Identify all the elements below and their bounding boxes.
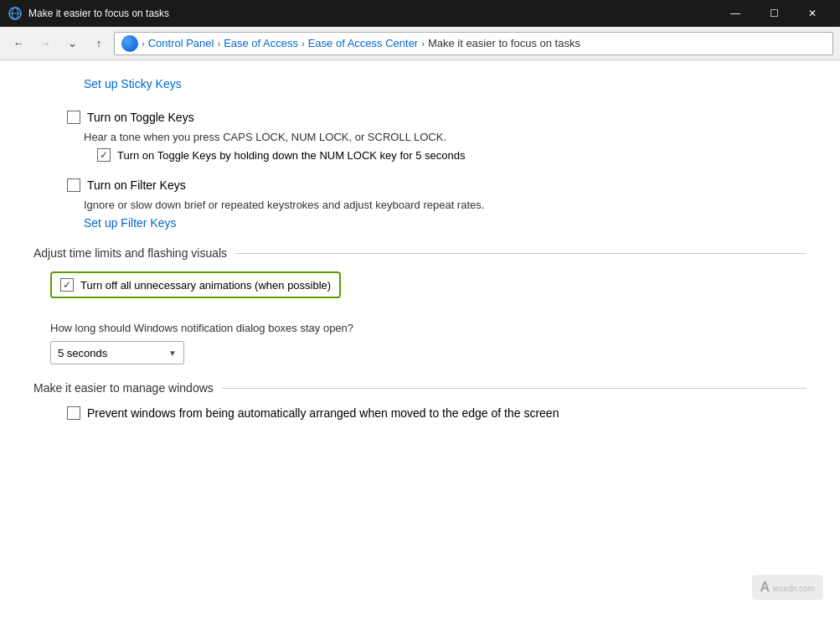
up-button[interactable]: ↑ [87, 32, 111, 55]
dropdown-value: 5 seconds [58, 347, 107, 359]
dropdown-row: 5 seconds ▼ [50, 341, 807, 364]
animations-option: Turn off all unnecessary animations (whe… [50, 271, 341, 298]
notification-label: How long should Windows notification dia… [50, 322, 807, 334]
toggle-keys-checkbox[interactable] [67, 111, 80, 124]
dropdown-arrow-icon: ▼ [168, 349, 177, 358]
toggle-keys-suboption: Turn on Toggle Keys by holding down the … [97, 148, 807, 162]
filter-keys-row: Turn on Filter Keys [33, 178, 807, 192]
toggle-keys-label: Turn on Toggle Keys [87, 111, 194, 124]
animations-label: Turn off all unnecessary animations (whe… [80, 279, 331, 292]
breadcrumb-ease-of-access[interactable]: Ease of Access [224, 37, 298, 49]
main-content: Set up Sticky Keys Turn on Toggle Keys H… [0, 60, 840, 625]
filter-keys-label: Turn on Filter Keys [87, 178, 186, 192]
prevent-arranging-checkbox[interactable] [67, 406, 80, 420]
filter-keys-section: Turn on Filter Keys Ignore or slow down … [33, 178, 807, 230]
forward-button[interactable]: → [33, 32, 57, 55]
manage-windows-section: Make it easier to manage windows Prevent… [33, 381, 807, 420]
prevent-arranging-label: Prevent windows from being automatically… [87, 406, 559, 420]
sticky-keys-link[interactable]: Set up Sticky Keys [84, 77, 182, 90]
toggle-keys-section: Turn on Toggle Keys Hear a tone when you… [33, 111, 807, 162]
adjust-section: Adjust time limits and flashing visuals … [33, 246, 807, 364]
manage-windows-header: Make it easier to manage windows [33, 381, 807, 395]
globe-icon [121, 35, 138, 52]
manage-windows-title: Make it easier to manage windows [33, 381, 214, 395]
adjust-section-title: Adjust time limits and flashing visuals [33, 246, 227, 260]
filter-keys-description: Ignore or slow down brief or repeated ke… [84, 199, 807, 211]
window-title: Make it easier to focus on tasks [28, 8, 169, 19]
animations-checkbox[interactable] [60, 278, 74, 292]
minimize-button[interactable]: — [716, 0, 755, 27]
filter-keys-checkbox[interactable] [67, 178, 80, 192]
toggle-keys-row: Turn on Toggle Keys [33, 111, 807, 124]
watermark: A wsxdn.com [752, 575, 823, 600]
manage-windows-divider [222, 388, 807, 389]
close-button[interactable]: ✕ [793, 0, 832, 27]
toggle-keys-hold-checkbox[interactable] [97, 148, 111, 162]
back-button[interactable]: ← [7, 32, 30, 55]
breadcrumb-control-panel[interactable]: Control Panel [148, 37, 214, 49]
breadcrumb: › Control Panel › Ease of Access › Ease … [114, 32, 833, 55]
toggle-keys-description: Hear a tone when you press CAPS LOCK, NU… [84, 131, 807, 143]
maximize-button[interactable]: ☐ [755, 0, 793, 27]
filter-keys-link[interactable]: Set up Filter Keys [84, 216, 177, 230]
title-bar: Make it easier to focus on tasks — ☐ ✕ [0, 0, 840, 27]
adjust-section-header: Adjust time limits and flashing visuals [33, 246, 807, 260]
notification-dropdown[interactable]: 5 seconds ▼ [50, 341, 184, 364]
recent-locations-button[interactable]: ⌄ [60, 32, 84, 55]
toggle-keys-hold-label: Turn on Toggle Keys by holding down the … [117, 149, 466, 162]
section-divider [235, 253, 807, 254]
address-bar: ← → ⌄ ↑ › Control Panel › Ease of Access… [0, 27, 840, 60]
window-icon [8, 7, 22, 20]
window-controls: — ☐ ✕ [716, 0, 832, 27]
breadcrumb-current: Make it easier to focus on tasks [428, 37, 580, 49]
filter-keys-link-row: Set up Filter Keys [84, 216, 807, 230]
breadcrumb-ease-of-access-center[interactable]: Ease of Access Center [308, 37, 419, 49]
